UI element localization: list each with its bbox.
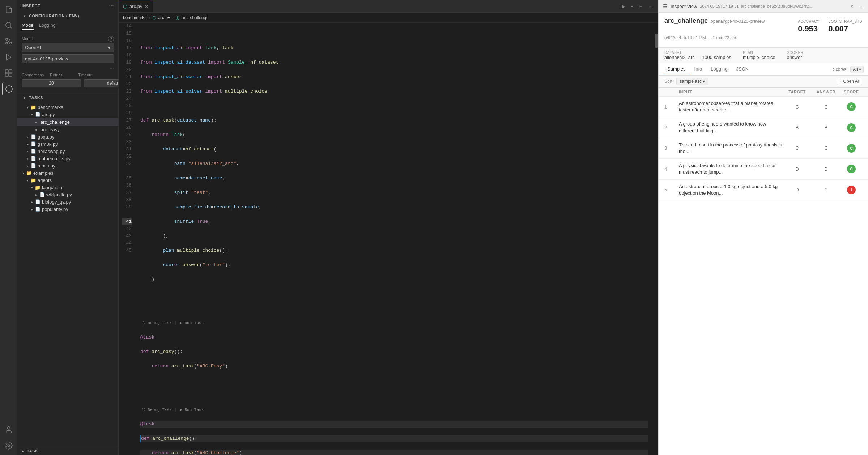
sidebar: INSPECT ··· CONFIGURATION (.ENV) Model L…	[17, 0, 119, 455]
tree-item-mathematics-py[interactable]: 📄 mathematics.py	[17, 155, 118, 162]
code-content[interactable]: from inspect_ai import Task, task from i…	[135, 23, 654, 455]
arc-py-collapse-icon	[29, 111, 35, 117]
tree-item-langchain[interactable]: 📁 langchain	[17, 184, 118, 191]
open-all-button[interactable]: + Open All	[837, 78, 862, 85]
user-icon[interactable]	[2, 423, 15, 436]
svg-rect-7	[9, 70, 12, 73]
sidebar-more-button[interactable]: ···	[109, 3, 114, 9]
search-icon[interactable]	[2, 19, 15, 32]
gpqa-expand-icon	[25, 134, 30, 140]
biology-qa-expand-icon	[29, 199, 35, 205]
tab-actions: ▶ ▾ ⊟ ···	[616, 3, 658, 10]
scores-select[interactable]: All	[850, 66, 864, 73]
gsm8k-py-icon: 📄	[30, 141, 36, 147]
tab-bar: ⬡ arc.py ✕ ▶ ▾ ⊟ ···	[119, 0, 658, 13]
tree-item-arc-challenge[interactable]: ● arc_challenge ⚙ ▶	[17, 118, 118, 126]
model-name-input[interactable]: gpt-4o-0125-preview	[22, 54, 114, 63]
settings-icon[interactable]	[2, 439, 15, 452]
tree-item-arc-py[interactable]: 📄 arc.py	[17, 111, 118, 118]
tree-item-hellaswag-py[interactable]: 📄 hellaswag.py	[17, 148, 118, 155]
tree-item-popularity-py[interactable]: 📄 popularity.py	[17, 205, 118, 213]
gsm8k-expand-icon	[25, 141, 30, 147]
files-icon[interactable]	[2, 3, 15, 16]
tab-json[interactable]: JSON	[732, 63, 753, 75]
sort-label: Sort:	[664, 79, 673, 84]
retries-input[interactable]	[84, 79, 119, 87]
table-row[interactable]: 5 An astronaut drops a 1.0 kg object and…	[659, 180, 868, 200]
examples-folder-icon: 📁	[26, 170, 32, 176]
help-icon[interactable]: ?	[108, 36, 114, 42]
connections-input[interactable]	[22, 79, 81, 87]
col-input-header: Input	[679, 90, 783, 94]
tree-item-biology-qa-py[interactable]: 📄 biology_qa.py	[17, 198, 118, 205]
tab-model[interactable]: Model	[22, 22, 34, 30]
editor-more-button[interactable]: ···	[647, 3, 654, 10]
inspect-view-close-button[interactable]: ✕	[850, 4, 854, 9]
table-row[interactable]: 2 A group of engineers wanted to know ho…	[659, 117, 868, 138]
tree-item-benchmarks[interactable]: 📁 benchmarks	[17, 103, 118, 111]
activity-bar	[0, 0, 17, 455]
inspect-view-title: Inspect View	[671, 4, 697, 9]
split-editor-button[interactable]: ⊟	[637, 3, 644, 10]
langchain-collapse-icon	[29, 184, 35, 190]
agents-collapse-icon	[25, 177, 30, 183]
source-control-icon[interactable]	[2, 35, 15, 48]
right-panel: ☰ Inspect View 2024-05-09T17-19-51_arc-c…	[658, 0, 868, 455]
tree-item-gpqa-py[interactable]: 📄 gpqa.py	[17, 133, 118, 140]
model-more-button[interactable]: ···	[110, 65, 114, 71]
extensions-icon[interactable]	[2, 67, 15, 80]
config-section: Model ? OpenAI gpt-4o-0125-preview ··· C…	[17, 32, 118, 93]
svg-line-1	[10, 27, 12, 28]
svg-point-3	[5, 38, 8, 41]
info-icon[interactable]	[2, 82, 15, 95]
breadcrumb-benchmarks[interactable]: benchmarks	[123, 15, 146, 20]
tab-info[interactable]: Info	[690, 63, 707, 75]
scorer-meta: SCORER answer	[787, 51, 804, 60]
samples-table: Input Target Answer Score 1 An astronome…	[659, 88, 868, 455]
breadcrumb-arc-py[interactable]: arc.py	[158, 15, 170, 20]
popularity-py-icon: 📄	[35, 206, 41, 212]
right-panel-header: ☰ Inspect View 2024-05-09T17-19-51_arc-c…	[659, 0, 868, 13]
table-row[interactable]: 3 The end result in the process of photo…	[659, 138, 868, 159]
arc-challenge-config-btn[interactable]: ⚙	[102, 119, 108, 125]
tab-samples[interactable]: Samples	[663, 63, 690, 75]
accuracy-stat: accuracy 0.953	[798, 20, 820, 34]
score-badge-correct: C	[847, 144, 856, 153]
tab-logging[interactable]: Logging	[706, 63, 732, 75]
task-name-title: arc_challenge	[664, 17, 708, 25]
tasks-collapse-icon	[22, 95, 27, 101]
config-section-header[interactable]: CONFIGURATION (.ENV)	[17, 12, 118, 20]
table-row[interactable]: 1 An astronomer observes that a planet r…	[659, 97, 868, 117]
benchmarks-collapse-icon	[25, 104, 30, 110]
accuracy-value: 0.953	[798, 24, 820, 34]
tab-arc-py[interactable]: ⬡ arc.py ✕	[119, 0, 153, 12]
tree-item-arc-easy[interactable]: ● arc_easy	[17, 126, 118, 133]
hamburger-icon[interactable]: ☰	[663, 3, 668, 9]
run-icon[interactable]	[2, 51, 15, 64]
arc-py-tab-icon: ⬡	[123, 4, 127, 9]
tree-item-agents[interactable]: 📁 agents	[17, 177, 118, 184]
run-dropdown[interactable]: ▾	[630, 4, 634, 9]
plan-meta: PLAN multiple_choice	[743, 51, 775, 60]
tree-item-wikipedia-py[interactable]: 📄 wikipedia.py	[17, 191, 118, 198]
tab-logging[interactable]: Logging	[39, 22, 55, 30]
sort-select[interactable]: sample asc	[676, 78, 708, 85]
tab-close-button[interactable]: ✕	[144, 4, 149, 9]
tasks-section-header[interactable]: TASKS	[17, 93, 118, 102]
file-tree: 📁 benchmarks 📄 arc.py ● arc_challenge ⚙ …	[17, 102, 118, 447]
tree-item-mmlu-py[interactable]: 📄 mmlu.py	[17, 162, 118, 169]
breadcrumb-arc-challenge[interactable]: arc_challenge	[182, 15, 209, 20]
tree-item-gsm8k-py[interactable]: 📄 gsm8k.py	[17, 140, 118, 148]
run-button[interactable]: ▶	[620, 3, 627, 10]
tree-item-examples[interactable]: 📁 examples	[17, 169, 118, 177]
arc-challenge-run-btn[interactable]: ▶	[109, 119, 115, 125]
sort-row: Sort: sample asc + Open All	[659, 76, 868, 88]
table-row[interactable]: 4 A physicist wants to determine the spe…	[659, 159, 868, 179]
inspect-view-path: 2024-05-09T17-19-51_arc-challenge_beSzAz…	[700, 4, 847, 8]
task-section-header[interactable]: ▸ TASK	[17, 447, 118, 455]
provider-select[interactable]: OpenAI	[22, 43, 114, 52]
editor-scrollbar[interactable]	[654, 23, 658, 455]
inspect-view-more-button[interactable]: ···	[860, 4, 864, 9]
svg-rect-6	[5, 70, 8, 73]
score-badge-incorrect: I	[847, 186, 856, 194]
